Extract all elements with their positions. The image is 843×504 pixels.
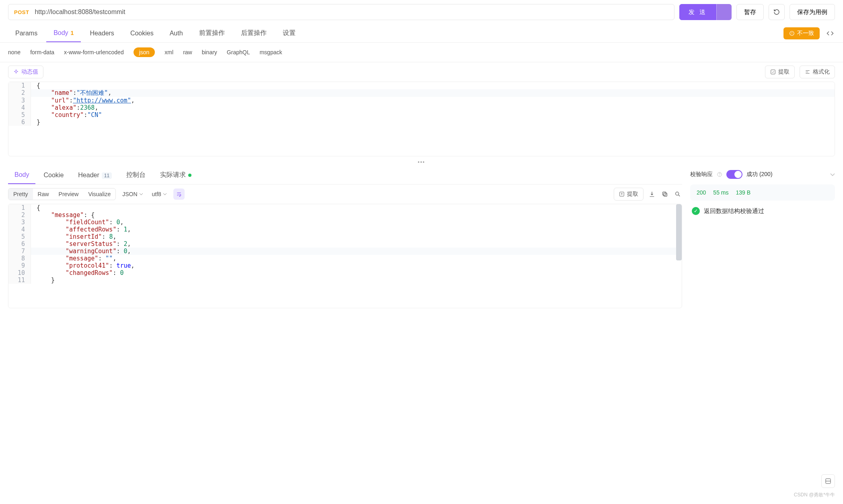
bodytype-binary[interactable]: binary (202, 49, 217, 55)
response-size: 139 B (736, 189, 750, 196)
resp-tab-cookie[interactable]: Cookie (37, 167, 70, 184)
svg-rect-1 (771, 70, 775, 74)
code-line[interactable]: 1{ (8, 82, 835, 89)
scrollbar-thumb[interactable] (676, 204, 682, 260)
validation-result: ✓ 返回数据结构校验通过 (690, 201, 835, 221)
copy-response-button[interactable] (660, 190, 669, 199)
code-icon (827, 30, 834, 37)
tab-settings[interactable]: 设置 (276, 24, 303, 42)
check-icon: ✓ (692, 207, 700, 215)
code-line[interactable]: 8"message": "", (8, 255, 682, 262)
bodytype-json[interactable]: json (134, 47, 155, 57)
chevron-down-icon (830, 173, 835, 176)
svg-rect-4 (663, 192, 666, 195)
http-method[interactable]: POST (14, 9, 29, 15)
format-button[interactable]: 格式化 (800, 66, 835, 78)
fmt-pretty[interactable]: Pretty (8, 188, 33, 200)
tab-params[interactable]: Params (8, 25, 45, 42)
verify-title: 校验响应 (690, 171, 713, 178)
bodytype-none[interactable]: none (8, 49, 21, 55)
format-icon (805, 69, 810, 75)
help-icon[interactable] (717, 172, 722, 177)
send-dropdown-button[interactable] (716, 4, 732, 20)
schema-mismatch-badge[interactable]: 不一致 (783, 27, 820, 39)
code-view-button[interactable] (825, 29, 835, 38)
request-url[interactable]: http://localhost:8088/testcommit (35, 8, 668, 16)
code-line[interactable]: 3"fieldCount": 0, (8, 219, 682, 226)
bodytype-raw[interactable]: raw (183, 49, 192, 55)
code-line[interactable]: 2"name":"不怕困难", (8, 89, 835, 97)
extract-button[interactable]: 提取 (765, 66, 795, 78)
code-line[interactable]: 11} (8, 277, 682, 284)
response-time: 55 ms (713, 189, 728, 196)
tab-cookies[interactable]: Cookies (123, 25, 161, 42)
code-line[interactable]: 6} (8, 119, 835, 126)
refresh-icon (773, 8, 780, 16)
save-draft-button[interactable]: 暂存 (736, 4, 764, 20)
request-body-editor[interactable]: 1{2"name":"不怕困难",3"url":"http://www.com"… (8, 82, 835, 156)
response-lang-select[interactable]: JSON (120, 191, 145, 197)
code-line[interactable]: 6"serverStatus": 2, (8, 240, 682, 248)
tab-headers[interactable]: Headers (82, 25, 121, 42)
resp-tab-actual[interactable]: 实际请求 (154, 166, 198, 184)
sparkle-icon (13, 69, 19, 75)
svg-point-5 (676, 192, 679, 195)
code-line[interactable]: 10"changedRows": 0 (8, 269, 682, 277)
code-line[interactable]: 2"message": { (8, 211, 682, 219)
fmt-raw[interactable]: Raw (33, 188, 54, 200)
response-view-mode: Pretty Raw Preview Visualize (8, 188, 116, 200)
tab-post-script[interactable]: 后置操作 (234, 24, 274, 42)
extract-icon (619, 191, 625, 197)
response-tabs: Body Cookie Header11 控制台 实际请求 (8, 166, 682, 184)
wrap-toggle-button[interactable] (173, 188, 185, 200)
response-body-editor[interactable]: 1{2"message": {3"fieldCount": 0,4"affect… (8, 204, 682, 308)
dynamic-value-button[interactable]: 动态值 (8, 66, 43, 78)
tab-body[interactable]: Body1 (46, 25, 81, 42)
send-button[interactable]: 发 送 (679, 4, 716, 20)
status-code: 200 (697, 189, 706, 196)
fmt-preview[interactable]: Preview (54, 188, 84, 200)
response-extract-button[interactable]: 提取 (614, 188, 644, 201)
code-line[interactable]: 5"country":"CN" (8, 111, 835, 119)
bodytype-formdata[interactable]: form-data (30, 49, 54, 55)
verify-toggle[interactable] (726, 170, 742, 179)
save-case-button[interactable]: 保存为用例 (790, 4, 835, 20)
refresh-button[interactable] (769, 4, 785, 20)
svg-rect-3 (664, 193, 667, 196)
bodytype-graphql[interactable]: GraphQL (227, 49, 250, 55)
request-tabs: Params Body1 Headers Cookies Auth 前置操作 后… (0, 24, 843, 43)
code-line[interactable]: 9"protocol41": true, (8, 262, 682, 269)
code-line[interactable]: 4"affectedRows": 1, (8, 226, 682, 233)
code-line[interactable]: 7"warningCount": 0, (8, 248, 682, 255)
body-type-tabs: none form-data x-www-form-urlencoded jso… (0, 43, 843, 62)
download-icon (649, 191, 655, 197)
resp-tab-header[interactable]: Header11 (72, 167, 118, 184)
warning-icon (789, 31, 795, 36)
chevron-down-icon (163, 193, 167, 195)
tab-auth[interactable]: Auth (162, 25, 190, 42)
code-line[interactable]: 4"alexa":2368, (8, 104, 835, 111)
svg-point-7 (719, 175, 720, 176)
verify-expand-button[interactable] (830, 171, 835, 178)
response-encoding-select[interactable]: utf8 (150, 191, 169, 197)
send-button-group: 发 送 (679, 4, 732, 20)
tab-pre-script[interactable]: 前置操作 (192, 24, 232, 42)
bodytype-msgpack[interactable]: msgpack (259, 49, 282, 55)
search-response-button[interactable] (673, 190, 682, 199)
save-response-button[interactable] (648, 190, 656, 199)
bodytype-xml[interactable]: xml (164, 49, 173, 55)
code-line[interactable]: 1{ (8, 204, 682, 211)
bodytype-urlencoded[interactable]: x-www-form-urlencoded (64, 49, 124, 55)
resp-tab-body[interactable]: Body (8, 166, 35, 184)
chevron-down-icon (139, 193, 143, 195)
url-bar[interactable]: POST http://localhost:8088/testcommit (8, 4, 674, 20)
code-line[interactable]: 5"insertId": 8, (8, 233, 682, 240)
resp-tab-console[interactable]: 控制台 (120, 166, 152, 184)
verify-status: 成功 (200) (746, 171, 773, 178)
copy-icon (662, 191, 668, 197)
fmt-visualize[interactable]: Visualize (83, 188, 115, 200)
search-icon (674, 191, 681, 197)
panel-resizer[interactable]: ••• (0, 159, 843, 166)
code-line[interactable]: 3"url":"http://www.com", (8, 97, 835, 104)
extract-icon (770, 69, 776, 75)
